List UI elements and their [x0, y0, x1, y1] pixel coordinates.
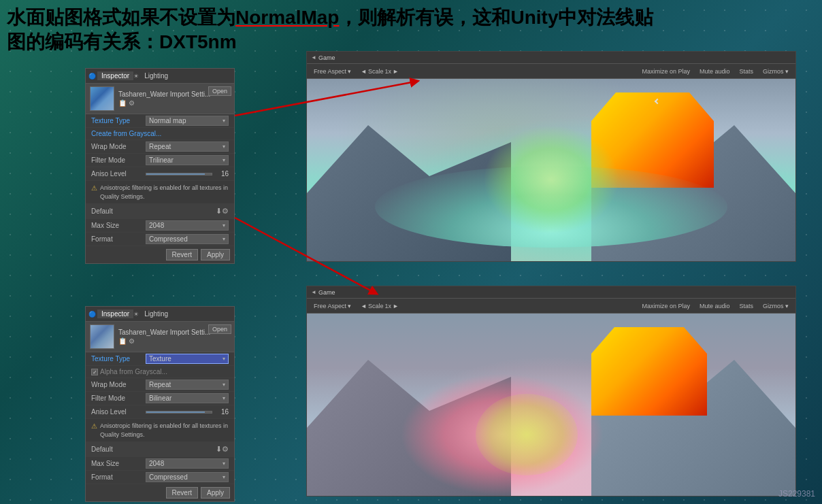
game-title-bottom: Game	[318, 289, 335, 296]
stats-bottom[interactable]: Stats	[736, 302, 756, 310]
wrap-mode-row-top: Wrap Mode Repeat ▾	[86, 140, 234, 154]
gizmos-top[interactable]: Gizmos ▾	[760, 67, 791, 75]
create-from-grayscale-top[interactable]: Create from Grayscal...	[86, 128, 234, 140]
asset-thumbnail-top	[90, 86, 114, 111]
tab-lighting-top[interactable]: Lighting	[140, 71, 172, 80]
default-section-top: Default ⬇ ⚙	[86, 204, 234, 219]
aspect-dropdown-top[interactable]: Free Aspect ▾	[311, 67, 354, 75]
scale-control-top[interactable]: ◄ Scale 1x ►	[358, 67, 401, 75]
warning-text-top: Anisotropic filtering is enabled for all…	[100, 184, 229, 201]
scale-control-bottom[interactable]: ◄ Scale 1x ►	[358, 302, 401, 310]
toolbar-right-top: Maximize on Play Mute audio Stats Gizmos…	[639, 67, 791, 75]
wrap-mode-label-top: Wrap Mode	[91, 143, 146, 150]
warning-icon-bottom: ⚠	[91, 422, 97, 430]
warning-box-top: ⚠ Anisotropic filtering is enabled for a…	[86, 181, 234, 204]
aniso-label-bottom: Aniso Level	[91, 408, 146, 416]
asset-row-top: Tasharen_Water Import Setti... 📋 ⚙ Open	[86, 84, 234, 114]
maximize-on-play-bottom[interactable]: Maximize on Play	[639, 302, 693, 310]
texture-type-label-top: Texture Type	[91, 117, 146, 124]
default-label-bottom: Default	[91, 446, 216, 453]
download-icon-top[interactable]: ⬇	[216, 207, 222, 216]
max-size-value-bottom[interactable]: 2048 ▾	[146, 458, 229, 469]
tab-inspector-bottom[interactable]: Inspector	[97, 309, 133, 318]
texture-type-label-bottom: Texture Type	[91, 355, 146, 363]
asset-icon-bookmark[interactable]: 📋	[118, 99, 127, 107]
aniso-value-bottom: 16	[215, 408, 229, 416]
max-size-row-bottom: Max Size 2048 ▾	[86, 457, 234, 471]
apply-button-top[interactable]: Apply	[201, 249, 230, 261]
settings-icon-bottom[interactable]: ⚙	[222, 445, 229, 454]
inspector-panel-top: 🔵 Inspector ☀ Lighting Tasharen_Water Im…	[85, 68, 235, 264]
format-row-bottom: Format Compressed ▾	[86, 471, 234, 484]
inspector-icon-bottom: 🔵	[88, 311, 96, 318]
mute-audio-bottom[interactable]: Mute audio	[697, 302, 733, 310]
maximize-on-play-top[interactable]: Maximize on Play	[639, 67, 693, 75]
stats-top[interactable]: Stats	[736, 67, 756, 75]
filter-mode-label-top: Filter Mode	[91, 156, 146, 164]
game-title-top: Game	[318, 54, 335, 61]
max-size-value-top[interactable]: 2048 ▾	[146, 220, 229, 231]
format-row-top: Format Compressed ▾	[86, 233, 234, 246]
toolbar-right-bottom: Maximize on Play Mute audio Stats Gizmos…	[639, 302, 791, 310]
revert-button-top[interactable]: Revert	[166, 249, 198, 261]
tab-inspector-top[interactable]: Inspector	[97, 71, 133, 80]
filter-mode-label-bottom: Filter Mode	[91, 394, 146, 402]
texture-type-value-top[interactable]: Normal map ▾	[146, 116, 229, 126]
texture-type-row-top: Texture Type Normal map ▾	[86, 114, 234, 128]
game-view-bottom: ◄ Game Free Aspect ▾ ◄ Scale 1x ► Maximi…	[306, 286, 796, 497]
filter-mode-row-top: Filter Mode Trilinear ▾	[86, 154, 234, 167]
max-size-label-bottom: Max Size	[91, 460, 146, 467]
texture-type-value-bottom[interactable]: Texture ▾	[146, 354, 229, 364]
max-size-row-top: Max Size 2048 ▾	[86, 219, 234, 233]
aniso-label-top: Aniso Level	[91, 170, 146, 178]
alpha-from-grayscale-bottom[interactable]: ✓ Alpha from Grayscal...	[86, 366, 234, 378]
asset-name-bottom: Tasharen_Water Import Setti...	[118, 329, 210, 336]
download-icon-bottom[interactable]: ⬇	[216, 445, 222, 454]
game-header-bottom: ◄ Game	[307, 286, 795, 299]
settings-icon-top[interactable]: ⚙	[222, 207, 229, 216]
open-button-top[interactable]: Open	[208, 86, 231, 96]
aniso-value-top: 16	[215, 170, 229, 178]
aniso-slider-top[interactable]	[146, 173, 212, 175]
open-button-bottom[interactable]: Open	[208, 324, 231, 334]
filter-mode-value-top[interactable]: Trilinear ▾	[146, 155, 229, 165]
aspect-dropdown-bottom[interactable]: Free Aspect ▾	[311, 302, 354, 310]
tab-lighting-bottom[interactable]: Lighting	[140, 309, 172, 318]
asset-icon-settings-bottom[interactable]: ⚙	[129, 337, 135, 345]
mute-audio-top[interactable]: Mute audio	[697, 67, 733, 75]
canvas-bottom	[307, 314, 795, 496]
wrap-mode-label-bottom: Wrap Mode	[91, 381, 146, 388]
inspector-panel-bottom: 🔵 Inspector ☀ Lighting Tasharen_Water Im…	[85, 306, 235, 502]
format-label-bottom: Format	[91, 473, 146, 481]
texture-type-row-bottom: Texture Type Texture ▾	[86, 352, 234, 366]
buttons-row-top: Revert Apply	[86, 246, 234, 263]
default-label-top: Default	[91, 207, 216, 215]
wrap-mode-value-bottom[interactable]: Repeat ▾	[146, 380, 229, 390]
format-value-top[interactable]: Compressed ▾	[146, 234, 229, 244]
inspector-header-top: 🔵 Inspector ☀ Lighting	[86, 69, 234, 84]
page-title: 水面贴图格式如果不设置为NormalMap，则解析有误，这和Unity中对法线贴…	[7, 5, 653, 55]
title-underline: NormalMap	[235, 7, 339, 28]
revert-button-bottom[interactable]: Revert	[166, 487, 198, 499]
buttons-row-bottom: Revert Apply	[86, 484, 234, 501]
asset-name-top: Tasharen_Water Import Setti...	[118, 90, 210, 98]
format-label-top: Format	[91, 235, 146, 243]
asset-icon-bookmark-bottom[interactable]: 📋	[118, 337, 127, 345]
apply-button-bottom[interactable]: Apply	[201, 487, 230, 499]
warning-icon-top: ⚠	[91, 184, 97, 192]
warning-box-bottom: ⚠ Anisotropic filtering is enabled for a…	[86, 419, 234, 442]
alpha-checkbox[interactable]: ✓	[91, 369, 98, 375]
aniso-slider-bottom[interactable]	[146, 411, 212, 414]
format-value-bottom[interactable]: Compressed ▾	[146, 472, 229, 482]
asset-thumbnail-bottom	[90, 324, 114, 349]
gizmos-bottom[interactable]: Gizmos ▾	[760, 302, 791, 310]
filter-mode-row-bottom: Filter Mode Bilinear ▾	[86, 392, 234, 405]
game-toolbar-bottom: Free Aspect ▾ ◄ Scale 1x ► Maximize on P…	[307, 299, 795, 314]
asset-icon-settings[interactable]: ⚙	[129, 99, 135, 107]
filter-mode-value-bottom[interactable]: Bilinear ▾	[146, 393, 229, 403]
max-size-label-top: Max Size	[91, 222, 146, 229]
watermark: JS229381	[778, 489, 815, 499]
aniso-row-top: Aniso Level 16	[86, 167, 234, 181]
aniso-row-bottom: Aniso Level 16	[86, 405, 234, 419]
wrap-mode-value-top[interactable]: Repeat ▾	[146, 141, 229, 152]
